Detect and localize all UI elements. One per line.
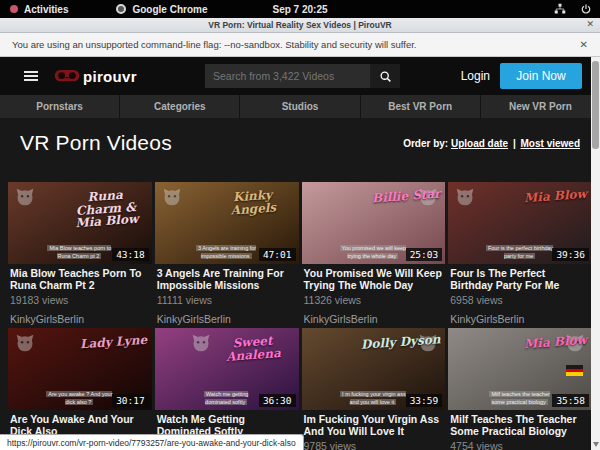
- thumbnail-caption: 3 Angels are training for impossible mis…: [192, 244, 260, 261]
- login-link[interactable]: Login: [461, 69, 490, 83]
- order-by-controls: Order by: Upload date | Most viewed: [403, 138, 580, 149]
- site-logo-text: pirouvr: [83, 68, 137, 85]
- page-content: pirouvr Login Join Now PornstarsCategori…: [0, 57, 600, 450]
- thumbnail-caption: Milf teaches the teacher some practical …: [486, 390, 554, 407]
- site-header: pirouvr Login Join Now: [0, 57, 600, 95]
- thumbnail-overlay-name: Lady Lyne: [79, 334, 147, 351]
- network-icon[interactable]: [554, 3, 566, 15]
- nav-item-studios[interactable]: Studios: [240, 95, 359, 118]
- duration-badge: 43:18: [112, 248, 149, 261]
- status-bar-url: https://pirouvr.com/vr-porn-video/779325…: [7, 438, 296, 448]
- thumbnail-overlay-name: Kinky Angels: [211, 187, 295, 218]
- main-navigation: PornstarsCategoriesStudiosBest VR PornNe…: [0, 95, 600, 118]
- order-by-most-viewed-link[interactable]: Most viewed: [521, 138, 580, 149]
- video-views: 9785 views: [304, 440, 444, 450]
- browser-infobar: You are using an unsupported command-lin…: [0, 33, 600, 57]
- join-now-button[interactable]: Join Now: [500, 63, 582, 89]
- studio-watermark-icon: [15, 187, 35, 207]
- video-card[interactable]: Lady Lyne Are you awake ? And your dick …: [8, 328, 152, 450]
- video-thumbnail[interactable]: Mia Blow Milf teaches the teacher some p…: [448, 328, 592, 410]
- studio-watermark-icon: [191, 333, 211, 353]
- video-views: 11111 views: [157, 294, 297, 306]
- status-bar: https://pirouvr.com/vr-porn-video/779325…: [0, 434, 304, 450]
- thumbnail-caption: Four is the perfect birthday party for m…: [486, 244, 554, 261]
- order-by-label: Order by:: [403, 138, 448, 149]
- video-title-link[interactable]: 3 Angels Are Training For Impossible Mis…: [157, 268, 297, 291]
- thumbnail-overlay-name: Sweet Analena: [211, 333, 295, 364]
- search-icon: [379, 70, 392, 83]
- window-title: VR Porn: Virtual Reality Sex Videos | Pi…: [208, 20, 391, 30]
- duration-badge: 30:17: [112, 394, 149, 407]
- german-flag-icon: [566, 365, 583, 376]
- site-logo[interactable]: pirouvr: [54, 68, 137, 85]
- video-studio-link[interactable]: KinkyGirlsBerlin: [304, 313, 444, 325]
- video-title-link[interactable]: You Promised We Will Keep Trying The Who…: [304, 268, 444, 291]
- search-input[interactable]: [205, 64, 370, 88]
- window-close-icon[interactable]: ✕: [586, 19, 594, 29]
- video-thumbnail[interactable]: Mia Blow Four is the perfect birthday pa…: [448, 182, 592, 264]
- video-studio-link[interactable]: KinkyGirlsBerlin: [450, 313, 590, 325]
- video-views: 11326 views: [304, 294, 444, 306]
- duration-badge: 36:30: [259, 394, 296, 407]
- thumbnail-caption: Mia Blow teaches porn to Runa Charm pt 2: [45, 244, 113, 261]
- nav-item-new-vr-porn[interactable]: New VR Porn: [481, 95, 600, 118]
- page-title: VR Porn Videos: [20, 131, 172, 155]
- duration-badge: 33:59: [406, 394, 443, 407]
- duration-badge: 47:01: [259, 248, 296, 261]
- video-title-link[interactable]: Milf Teaches The Teacher Some Practical …: [450, 414, 590, 437]
- video-studio-link[interactable]: KinkyGirlsBerlin: [10, 313, 150, 325]
- thumbnail-caption: I m fucking your virgin ass and you will…: [339, 390, 407, 407]
- thumbnail-caption: Watch me getting dominated softly: [192, 390, 260, 407]
- video-title-link[interactable]: Four Is The Perfect Birthday Party For M…: [450, 268, 590, 291]
- video-thumbnail[interactable]: Dolly Dyson I m fucking your virgin ass …: [302, 328, 446, 410]
- scrollbar-thumb[interactable]: [592, 61, 599, 149]
- scrollbar-down-arrow[interactable]: [593, 442, 599, 447]
- duration-badge: 25:03: [406, 248, 443, 261]
- nav-item-pornstars[interactable]: Pornstars: [0, 95, 119, 118]
- video-views: 19183 views: [10, 294, 150, 306]
- duration-badge: 39:36: [552, 248, 589, 261]
- duration-badge: 35:58: [552, 394, 589, 407]
- video-title-link[interactable]: Mia Blow Teaches Porn To Runa Charm Pt 2: [10, 268, 150, 291]
- nav-item-best-vr-porn[interactable]: Best VR Porn: [361, 95, 480, 118]
- studio-watermark-icon: [15, 333, 35, 353]
- nav-item-categories[interactable]: Categories: [120, 95, 239, 118]
- search-button[interactable]: [370, 64, 400, 88]
- thumbnail-overlay-name: Runa Charm & Mia Blow: [64, 187, 148, 230]
- infobar-message: You are using an unsupported command-lin…: [12, 39, 417, 50]
- browser-scrollbar[interactable]: [591, 57, 600, 450]
- video-grid: Runa Charm & Mia Blow Mia Blow teaches p…: [0, 182, 600, 450]
- order-by-upload-date-link[interactable]: Upload date: [451, 138, 508, 149]
- infobar-close-icon[interactable]: ✕: [580, 39, 588, 50]
- video-card[interactable]: Billie Star You promised we will keep tr…: [302, 182, 446, 328]
- video-card[interactable]: Mia Blow Milf teaches the teacher some p…: [448, 328, 592, 450]
- video-thumbnail[interactable]: Lady Lyne Are you awake ? And your dick …: [8, 328, 152, 410]
- studio-watermark-icon: [162, 187, 182, 207]
- video-card[interactable]: Dolly Dyson I m fucking your virgin ass …: [302, 328, 446, 450]
- power-icon[interactable]: [580, 3, 592, 15]
- video-card[interactable]: Runa Charm & Mia Blow Mia Blow teaches p…: [8, 182, 152, 328]
- video-thumbnail[interactable]: Sweet Analena Watch me getting dominated…: [155, 328, 299, 410]
- video-card[interactable]: Kinky Angels 3 Angels are training for i…: [155, 182, 299, 328]
- hamburger-menu-icon[interactable]: [24, 71, 38, 81]
- clock[interactable]: Sep 7 20:25: [0, 4, 600, 15]
- thumbnail-caption: Are you awake ? And your dick also ?: [45, 390, 113, 407]
- video-thumbnail[interactable]: Runa Charm & Mia Blow Mia Blow teaches p…: [8, 182, 152, 264]
- browser-title-bar: VR Porn: Virtual Reality Sex Videos | Pi…: [0, 18, 600, 33]
- order-by-separator: |: [513, 138, 516, 149]
- thumbnail-overlay-name: Mia Blow: [524, 188, 588, 205]
- video-views: 4754 views: [450, 440, 590, 450]
- system-top-bar: Activities Google Chrome Sep 7 20:25: [0, 0, 600, 18]
- video-thumbnail[interactable]: Billie Star You promised we will keep tr…: [302, 182, 446, 264]
- video-thumbnail[interactable]: Kinky Angels 3 Angels are training for i…: [155, 182, 299, 264]
- video-views: 6958 views: [450, 294, 590, 306]
- video-card[interactable]: Mia Blow Four is the perfect birthday pa…: [448, 182, 592, 328]
- vr-goggles-icon: [54, 69, 80, 83]
- studio-watermark-icon: [455, 187, 475, 207]
- thumbnail-caption: You promised we will keep trying the who…: [339, 244, 407, 261]
- video-studio-link[interactable]: KinkyGirlsBerlin: [157, 313, 297, 325]
- video-card[interactable]: Sweet Analena Watch me getting dominated…: [155, 328, 299, 450]
- video-title-link[interactable]: Im Fucking Your Virgin Ass And You Will …: [304, 414, 444, 437]
